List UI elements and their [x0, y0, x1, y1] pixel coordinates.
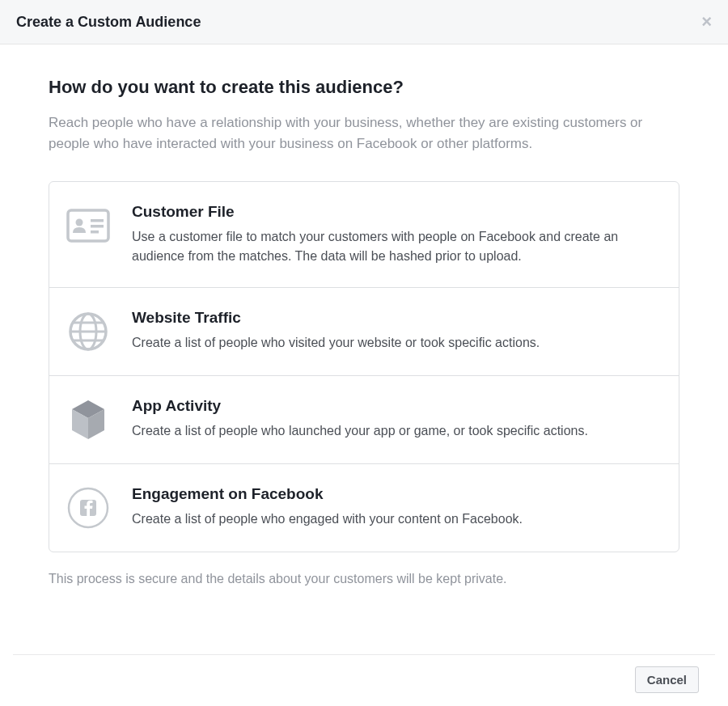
cancel-button[interactable]: Cancel: [635, 666, 699, 693]
dialog-body: How do you want to create this audience?…: [0, 44, 728, 602]
question-heading: How do you want to create this audience?: [49, 77, 679, 98]
cube-icon: [66, 397, 111, 442]
option-content: Website Traffic Create a list of people …: [132, 309, 654, 353]
option-list: Customer File Use a customer file to mat…: [49, 181, 679, 552]
option-app-activity[interactable]: App Activity Create a list of people who…: [49, 376, 679, 464]
option-title: Customer File: [132, 203, 654, 221]
dialog-footer: Cancel: [13, 654, 715, 693]
privacy-note: This process is secure and the details a…: [49, 572, 679, 586]
dialog-title: Create a Custom Audience: [16, 14, 201, 31]
option-content: Customer File Use a customer file to mat…: [132, 203, 654, 266]
option-content: App Activity Create a list of people who…: [132, 397, 654, 441]
intro-text: Reach people who have a relationship wit…: [49, 112, 679, 154]
option-desc: Use a customer file to match your custom…: [132, 227, 654, 266]
id-card-icon: [66, 203, 111, 248]
option-desc: Create a list of people who launched you…: [132, 421, 654, 441]
option-desc: Create a list of people who visited your…: [132, 333, 654, 353]
option-desc: Create a list of people who engaged with…: [132, 509, 654, 529]
option-title: Engagement on Facebook: [132, 485, 654, 503]
option-engagement-facebook[interactable]: Engagement on Facebook Create a list of …: [49, 464, 679, 552]
svg-rect-4: [91, 230, 99, 234]
facebook-circle-icon: [66, 485, 111, 531]
svg-rect-2: [91, 219, 104, 222]
option-content: Engagement on Facebook Create a list of …: [132, 485, 654, 529]
globe-icon: [66, 309, 111, 354]
svg-rect-3: [91, 225, 104, 228]
option-website-traffic[interactable]: Website Traffic Create a list of people …: [49, 288, 679, 376]
option-title: App Activity: [132, 397, 654, 415]
close-icon[interactable]: ×: [701, 13, 712, 31]
option-title: Website Traffic: [132, 309, 654, 327]
option-customer-file[interactable]: Customer File Use a customer file to mat…: [49, 182, 679, 288]
dialog-header: Create a Custom Audience ×: [0, 0, 728, 44]
svg-point-1: [76, 219, 83, 226]
